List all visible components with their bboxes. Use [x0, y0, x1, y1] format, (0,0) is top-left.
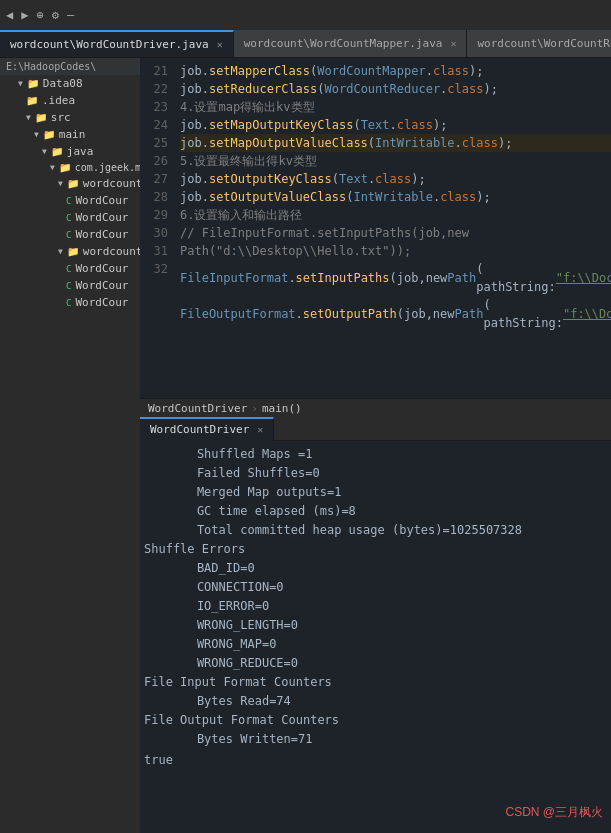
console-line: Merged Map outputs=1	[140, 483, 611, 502]
project-sidebar: E:\HadoopCodes\ ▼ 📁 Data08 📁 .idea ▼ 📁 s…	[0, 58, 140, 833]
console-tab-wordcountdriver[interactable]: WordCountDriver ✕	[140, 417, 274, 441]
tab-label: wordcount\WordCountMapper.java	[244, 37, 443, 50]
sidebar-item-com-jgeek[interactable]: ▼ 📁 com.jgeek.mapred..	[0, 160, 140, 175]
code-line: job.setMapperClass(WordCountMapper.class…	[180, 62, 611, 80]
code-line: 5.设置最终输出得kv类型	[180, 152, 611, 170]
code-line: FileOutputFormat.setOutputPath(job,new P…	[180, 296, 611, 332]
console-line: WRONG_MAP=0	[140, 635, 611, 654]
console-section-file-output: File Output Format Counters	[140, 711, 611, 730]
console-output[interactable]: Shuffled Maps =1 Failed Shuffles=0 Merge…	[140, 441, 611, 833]
sidebar-item-label: wordcount2	[83, 245, 140, 258]
console-line: CONNECTION=0	[140, 578, 611, 597]
expand-icon: ▼	[18, 79, 23, 88]
sidebar-item-label: .idea	[42, 94, 75, 107]
console-tab-bar: WordCountDriver ✕	[140, 417, 611, 441]
editor-panel: 21 22 23 24 25 26 27 28 29 30 31 32	[140, 58, 611, 833]
csdn-watermark: CSDN @三月枫火	[505, 804, 603, 821]
console-line: BAD_ID=0	[140, 559, 611, 578]
console-section-shuffle-errors: Shuffle Errors	[140, 540, 611, 559]
expand-icon: ▼	[58, 247, 63, 256]
sidebar-item-label: main	[59, 128, 86, 141]
sidebar-item-java[interactable]: ▼ 📁 java	[0, 143, 140, 160]
sidebar-item-wordcountreducer[interactable]: C WordCour	[0, 226, 140, 243]
code-editor[interactable]: 21 22 23 24 25 26 27 28 29 30 31 32	[140, 58, 611, 398]
console-line: Failed Shuffles=0	[140, 464, 611, 483]
sidebar-item-wordcount[interactable]: ▼ 📁 wordcount	[0, 175, 140, 192]
sidebar-item-label: Data08	[43, 77, 83, 90]
tab-wordcount-driver[interactable]: wordcount\WordCountDriver.java ✕	[0, 30, 234, 58]
minimize-icon[interactable]: —	[67, 8, 74, 22]
sidebar-item-label: WordCour	[75, 279, 128, 292]
sidebar-item-wordcountdriver[interactable]: C WordCour	[0, 192, 140, 209]
code-line: 6.设置输入和输出路径	[180, 206, 611, 224]
sidebar-item-data08[interactable]: ▼ 📁 Data08	[0, 75, 140, 92]
code-content: job.setMapperClass(WordCountMapper.class…	[176, 58, 611, 398]
app-window: ◀ ▶ ⊕ ⚙ — wordcount\WordCountDriver.java…	[0, 0, 611, 833]
line-numbers: 21 22 23 24 25 26 27 28 29 30 31 32	[140, 58, 176, 398]
console-line: GC time elapsed (ms)=8	[140, 502, 611, 521]
tab-close-icon[interactable]: ✕	[217, 39, 223, 50]
add-icon[interactable]: ⊕	[36, 8, 43, 22]
sidebar-header: E:\HadoopCodes\	[0, 58, 140, 75]
console-tab-close-icon[interactable]: ✕	[257, 424, 263, 435]
console-line: Total committed heap usage (bytes)=10255…	[140, 521, 611, 540]
java-class-icon: C	[66, 298, 71, 308]
console-line: WRONG_LENGTH=0	[140, 616, 611, 635]
sidebar-item-wordcountmapper[interactable]: C WordCour	[0, 209, 140, 226]
console-true-line: true	[140, 749, 611, 772]
sidebar-item-label: src	[51, 111, 71, 124]
folder-icon: 📁	[59, 162, 71, 173]
sidebar-item-idea[interactable]: 📁 .idea	[0, 92, 140, 109]
top-bar: ◀ ▶ ⊕ ⚙ —	[0, 0, 611, 30]
console-line: Bytes Written=71	[140, 730, 611, 749]
console-line: IO_ERROR=0	[140, 597, 611, 616]
back-icon[interactable]: ◀	[6, 8, 13, 22]
sidebar-item-wordcount2[interactable]: ▼ 📁 wordcount2	[0, 243, 140, 260]
folder-icon: 📁	[35, 112, 47, 123]
code-line: FileInputFormat.setInputPaths(job,new Pa…	[180, 260, 611, 296]
sidebar-item-wc2-driver[interactable]: C WordCour	[0, 260, 140, 277]
breadcrumb-class: WordCountDriver	[148, 402, 247, 415]
folder-icon: 📁	[27, 78, 39, 89]
code-line: 4.设置map得输出kv类型	[180, 98, 611, 116]
sidebar-item-label: wordcount	[83, 177, 140, 190]
sidebar-item-label: WordCour	[75, 296, 128, 309]
expand-icon: ▼	[34, 130, 39, 139]
main-content: E:\HadoopCodes\ ▼ 📁 Data08 📁 .idea ▼ 📁 s…	[0, 58, 611, 833]
forward-icon[interactable]: ▶	[21, 8, 28, 22]
expand-icon: ▼	[58, 179, 63, 188]
settings-icon[interactable]: ⚙	[52, 8, 59, 22]
expand-icon: ▼	[50, 163, 55, 172]
sidebar-item-label: WordCour	[75, 262, 128, 275]
console-section-file-input: File Input Format Counters	[140, 673, 611, 692]
code-line: // FileInputFormat.setInputPaths(job,new…	[180, 224, 611, 260]
folder-icon: 📁	[26, 95, 38, 106]
folder-icon: 📁	[67, 178, 79, 189]
sidebar-item-main[interactable]: ▼ 📁 main	[0, 126, 140, 143]
java-class-icon: C	[66, 196, 71, 206]
code-line: job.setReducerClass(WordCountReducer.cla…	[180, 80, 611, 98]
sidebar-item-wc2-reducer[interactable]: C WordCour	[0, 294, 140, 311]
editor-tabs: wordcount\WordCountDriver.java ✕ wordcou…	[0, 30, 611, 58]
code-line: job.setOutputKeyClass(Text.class);	[180, 170, 611, 188]
sidebar-item-label: com.jgeek.mapred..	[75, 162, 140, 173]
folder-icon: 📁	[43, 129, 55, 140]
folder-icon: 📁	[67, 246, 79, 257]
expand-icon: ▼	[26, 113, 31, 122]
code-line: job.setOutputValueClass(IntWritable.clas…	[180, 188, 611, 206]
java-class-icon: C	[66, 230, 71, 240]
tab-label: wordcount\WordCountDriver.java	[10, 38, 209, 51]
tab-close-icon[interactable]: ✕	[450, 38, 456, 49]
expand-icon: ▼	[42, 147, 47, 156]
sidebar-item-wc2-mapper[interactable]: C WordCour	[0, 277, 140, 294]
sidebar-item-src[interactable]: ▼ 📁 src	[0, 109, 140, 126]
tab-label: wordcount\WordCountReducer.java	[477, 37, 611, 50]
tab-wordcount-mapper[interactable]: wordcount\WordCountMapper.java ✕	[234, 30, 468, 58]
console-tab-label: WordCountDriver	[150, 423, 249, 436]
java-class-icon: C	[66, 213, 71, 223]
tab-wordcount-reducer[interactable]: wordcount\WordCountReducer.java ✕	[467, 30, 611, 58]
breadcrumb: WordCountDriver › main()	[140, 398, 611, 417]
console-line: Bytes Read=74	[140, 692, 611, 711]
code-line: job.setMapOutputKeyClass(Text.class);	[180, 116, 611, 134]
breadcrumb-method: main()	[262, 402, 302, 415]
